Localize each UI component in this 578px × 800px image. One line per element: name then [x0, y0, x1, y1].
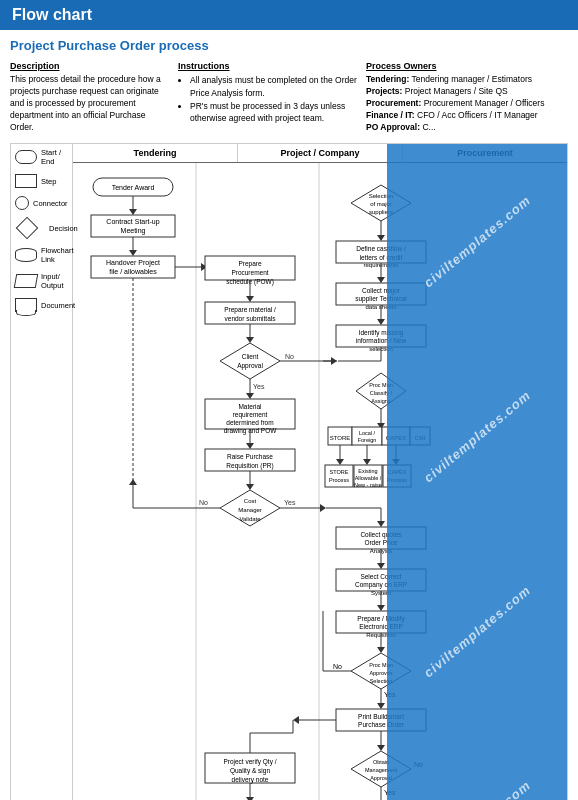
- svg-text:Print Buildsmart: Print Buildsmart: [358, 713, 404, 720]
- svg-text:No: No: [414, 761, 423, 768]
- svg-marker-28: [220, 343, 280, 379]
- svg-text:Client: Client: [242, 353, 259, 360]
- svg-text:No: No: [333, 663, 342, 670]
- process-owners-po: PO Approval: C...: [366, 122, 568, 134]
- svg-text:Approves: Approves: [369, 670, 392, 676]
- svg-text:Meeting: Meeting: [121, 227, 146, 235]
- svg-marker-36: [246, 393, 254, 399]
- svg-text:Company on ERP: Company on ERP: [355, 581, 407, 589]
- svg-marker-103: [363, 459, 371, 465]
- svg-marker-10: [129, 250, 137, 256]
- svg-text:New - raise: New - raise: [354, 482, 382, 488]
- svg-text:Contract Start-up: Contract Start-up: [106, 218, 159, 226]
- svg-text:CAPEX: CAPEX: [386, 435, 406, 441]
- svg-marker-56: [129, 479, 137, 485]
- svg-text:STORE: STORE: [330, 469, 349, 475]
- process-owners-projects: Projects: Project Managers / Site QS: [366, 86, 568, 98]
- svg-text:Prepare / Modify: Prepare / Modify: [357, 615, 405, 623]
- svg-text:Tender Award: Tender Award: [112, 184, 155, 191]
- svg-marker-22: [246, 296, 254, 302]
- svg-text:Requisition (PR): Requisition (PR): [226, 462, 273, 470]
- svg-text:Electronic ERP: Electronic ERP: [359, 623, 403, 630]
- svg-text:information / New: information / New: [356, 337, 407, 344]
- svg-text:Proc Man: Proc Man: [369, 662, 393, 668]
- process-owners-finance: Finance / IT: CFO / Acc Officers / IT Ma…: [366, 110, 568, 122]
- svg-text:Yes: Yes: [253, 383, 265, 390]
- svg-text:Raise Purchase: Raise Purchase: [227, 453, 273, 460]
- description-heading: Description: [10, 61, 170, 71]
- svg-text:Assigns: Assigns: [371, 398, 391, 404]
- description-text: This process detail the procedure how a …: [10, 74, 170, 133]
- page-title: Project Purchase Order process: [10, 38, 568, 53]
- svg-marker-48: [246, 484, 254, 490]
- svg-text:CAPEX: CAPEX: [388, 469, 407, 475]
- svg-text:Allowable /: Allowable /: [355, 475, 382, 481]
- svg-marker-5: [129, 209, 137, 215]
- svg-text:Yes: Yes: [384, 789, 396, 796]
- svg-text:Obtain: Obtain: [373, 759, 389, 765]
- svg-marker-77: [377, 319, 385, 325]
- svg-text:Handover Project: Handover Project: [106, 259, 160, 267]
- legend-connector: Connector: [15, 196, 68, 210]
- process-owners-heading: Process Owners: [366, 61, 568, 71]
- header-title: Flow chart: [12, 6, 92, 23]
- svg-text:Approval: Approval: [370, 775, 392, 781]
- svg-marker-71: [377, 277, 385, 283]
- svg-text:Process: Process: [387, 477, 407, 483]
- legend-connector-label: Connector: [33, 199, 68, 208]
- svg-text:Yes: Yes: [284, 499, 296, 506]
- process-owners-procurement: Procurement: Procurement Manager / Offic…: [366, 98, 568, 110]
- svg-text:delivery note: delivery note: [232, 776, 269, 784]
- svg-text:Approval: Approval: [237, 362, 263, 370]
- col-header-project: Project / Company: [238, 144, 403, 162]
- svg-text:supplier Technical: supplier Technical: [355, 295, 407, 303]
- svg-text:Select Correct: Select Correct: [360, 573, 401, 580]
- legend-start-label: Start / End: [41, 148, 68, 166]
- svg-text:No: No: [199, 499, 208, 506]
- svg-text:Procurement: Procurement: [231, 269, 268, 276]
- svg-text:Manager: Manager: [238, 507, 262, 513]
- instruction-item-1: All analysis must be completed on the Or…: [190, 74, 358, 100]
- svg-marker-43: [246, 443, 254, 449]
- svg-text:Classify /: Classify /: [370, 390, 393, 396]
- svg-marker-144: [377, 703, 385, 709]
- process-owners-tendering: Tendering: Tendering manager / Estimator…: [366, 74, 568, 86]
- legend-step-label: Step: [41, 177, 56, 186]
- svg-marker-65: [377, 235, 385, 241]
- svg-text:Material: Material: [238, 403, 262, 410]
- svg-marker-136: [377, 647, 385, 653]
- svg-marker-101: [336, 459, 344, 465]
- svg-text:Existing: Existing: [358, 468, 377, 474]
- svg-marker-130: [377, 605, 385, 611]
- svg-text:vendor submittals: vendor submittals: [225, 315, 277, 322]
- legend-inputoutput: Input/ Output: [15, 272, 68, 290]
- svg-text:requirement: requirement: [233, 411, 268, 419]
- svg-text:Project verify Qty /: Project verify Qty /: [223, 758, 276, 766]
- svg-marker-105: [392, 459, 400, 465]
- flow-diagram: Tendering Project / Company Procurement …: [73, 144, 567, 800]
- col-header-procurement: Procurement: [403, 144, 567, 162]
- svg-marker-118: [377, 521, 385, 527]
- legend-start: Start / End: [15, 148, 68, 166]
- svg-text:of major: of major: [370, 201, 392, 207]
- svg-text:file / allowables: file / allowables: [109, 268, 157, 275]
- svg-marker-59: [320, 504, 326, 512]
- legend-decision: Decision: [15, 218, 68, 238]
- svg-text:Collect major: Collect major: [362, 287, 401, 295]
- legend: Start / End Step Connector Decision Flow…: [11, 144, 73, 800]
- svg-text:No: No: [285, 353, 294, 360]
- svg-text:Process: Process: [329, 477, 349, 483]
- legend-flowlink-label: Flowchart Link: [41, 246, 74, 264]
- svg-marker-124: [377, 563, 385, 569]
- svg-text:Local /: Local /: [359, 430, 376, 436]
- header: Flow chart: [0, 0, 578, 30]
- svg-text:CRI: CRI: [415, 435, 426, 441]
- legend-inputoutput-label: Input/ Output: [41, 272, 68, 290]
- col-header-tendering: Tendering: [73, 144, 238, 162]
- svg-text:Identify missing: Identify missing: [359, 329, 404, 337]
- svg-text:Prepare material /: Prepare material /: [224, 306, 276, 314]
- svg-text:Collect quotes: Collect quotes: [360, 531, 402, 539]
- svg-text:Proc Man: Proc Man: [369, 382, 393, 388]
- svg-text:Purchase Order: Purchase Order: [358, 721, 405, 728]
- svg-text:determined from: determined from: [226, 419, 273, 426]
